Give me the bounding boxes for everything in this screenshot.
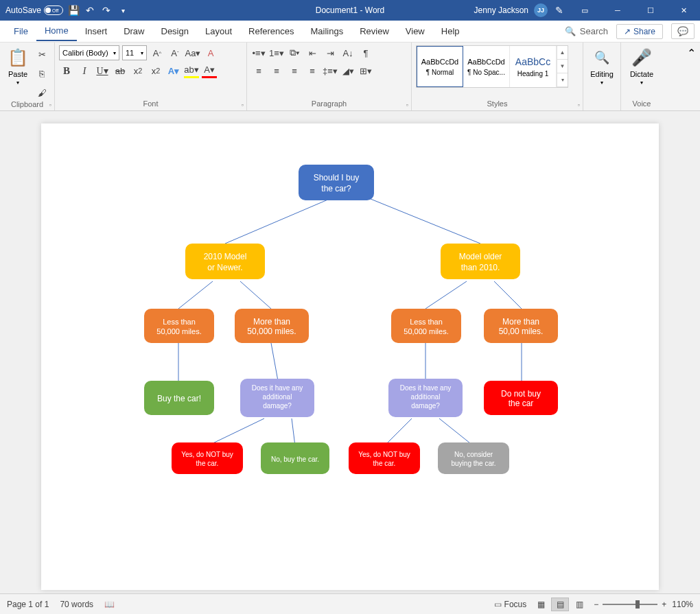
bullets-icon[interactable]: •≡▾ <box>251 45 266 60</box>
copy-icon[interactable]: ⎘ <box>34 66 49 81</box>
node-left1[interactable]: 2010 Modelor Newer. <box>185 244 265 279</box>
zoom-slider[interactable]: − + <box>594 600 666 609</box>
text-effects-icon[interactable]: A▾ <box>166 63 181 78</box>
node-lll3[interactable]: Buy the car! <box>144 381 214 415</box>
dictate-button[interactable]: 🎤 Dictate ▾ <box>625 45 658 87</box>
align-right-icon[interactable]: ≡ <box>287 63 302 78</box>
user-avatar[interactable]: JJ <box>534 3 548 17</box>
zoom-in-icon[interactable]: + <box>662 600 666 609</box>
spellcheck-icon[interactable]: 📖 <box>104 600 115 609</box>
autosave-toggle[interactable]: AutoSave Off <box>5 5 63 15</box>
align-left-icon[interactable]: ≡ <box>251 63 266 78</box>
user-name[interactable]: Jenny Jackson <box>474 5 528 15</box>
increase-indent-icon[interactable]: ⇥ <box>323 45 338 60</box>
node-rrl3[interactable]: Does it have anyadditionaldamage? <box>388 379 463 417</box>
page[interactable]: Should I buythe car? 2010 Modelor Newer.… <box>41 123 659 590</box>
gallery-down-icon[interactable]: ▼ <box>557 60 568 73</box>
node-root[interactable]: Should I buythe car? <box>299 165 374 200</box>
decrease-indent-icon[interactable]: ⇤ <box>305 45 320 60</box>
cut-icon[interactable]: ✂ <box>34 47 49 62</box>
font-size-combo[interactable]: 11▾ <box>122 45 147 60</box>
print-layout-icon[interactable]: ▤ <box>551 598 569 611</box>
undo-icon[interactable]: ↶ <box>84 4 96 16</box>
tab-view[interactable]: View <box>397 22 433 40</box>
font-name-combo[interactable]: Calibri (Body)▾ <box>59 45 119 60</box>
strikethrough-button[interactable]: ab <box>113 63 128 78</box>
shrink-font-icon[interactable]: Aˇ <box>167 45 183 60</box>
web-layout-icon[interactable]: ▥ <box>570 598 588 611</box>
zoom-level[interactable]: 110% <box>672 600 693 609</box>
node-lr2[interactable]: More than50,000 miles. <box>235 309 309 343</box>
grow-font-icon[interactable]: A^ <box>150 45 165 60</box>
search-box[interactable]: 🔍 Search <box>565 26 608 36</box>
node-rl2[interactable]: Less than50,000 miles. <box>391 309 461 343</box>
tab-file[interactable]: File <box>5 22 36 40</box>
font-color-icon[interactable]: A▾ <box>202 63 217 78</box>
style-normal[interactable]: AaBbCcDd ¶ Normal <box>417 46 463 87</box>
tab-home[interactable]: Home <box>36 21 77 41</box>
tab-insert[interactable]: Insert <box>77 22 116 40</box>
node-leaf2[interactable]: No, buy the car. <box>261 442 329 474</box>
ribbon-options-icon[interactable]: ▭ <box>571 0 598 21</box>
pen-icon[interactable]: ✎ <box>553 4 565 16</box>
node-leaf3[interactable]: Yes, do NOT buythe car. <box>349 442 420 474</box>
tab-draw[interactable]: Draw <box>115 22 152 40</box>
node-rr2[interactable]: More than50,00 miles. <box>484 309 558 343</box>
clipboard-launcher-icon[interactable]: ▫ <box>49 102 51 108</box>
align-center-icon[interactable]: ≡ <box>269 63 284 78</box>
styles-launcher-icon[interactable]: ▫ <box>578 102 580 108</box>
tab-references[interactable]: References <box>240 22 302 40</box>
highlight-icon[interactable]: ab▾ <box>184 63 199 78</box>
minimize-icon[interactable]: ─ <box>604 0 631 21</box>
multilevel-icon[interactable]: ⧉▾ <box>287 45 302 60</box>
paste-button[interactable]: 📋 Paste ▾ <box>4 45 32 87</box>
qat-more-icon[interactable]: ▾ <box>117 4 129 16</box>
editing-button[interactable]: 🔍 Editing ▾ <box>587 45 616 87</box>
tab-design[interactable]: Design <box>153 22 197 40</box>
node-ll2[interactable]: Less than50,000 miles. <box>144 309 214 343</box>
styles-gallery[interactable]: AaBbCcDd ¶ Normal AaBbCcDd ¶ No Spac... … <box>416 45 568 88</box>
change-case-icon[interactable]: Aa▾ <box>185 45 200 60</box>
borders-icon[interactable]: ⊞▾ <box>358 63 373 78</box>
zoom-out-icon[interactable]: − <box>594 600 598 609</box>
page-indicator[interactable]: Page 1 of 1 <box>7 600 49 609</box>
redo-icon[interactable]: ↷ <box>100 4 113 16</box>
maximize-icon[interactable]: ☐ <box>637 0 664 21</box>
comments-button[interactable]: 💬 <box>671 23 695 39</box>
superscript-button[interactable]: x2 <box>148 63 163 78</box>
numbering-icon[interactable]: 1≡▾ <box>269 45 284 60</box>
node-leaf4[interactable]: No, considerbuying the car. <box>438 442 509 474</box>
format-painter-icon[interactable]: 🖌 <box>34 85 49 100</box>
tab-review[interactable]: Review <box>351 22 397 40</box>
clear-format-icon[interactable]: A <box>203 45 218 60</box>
focus-mode[interactable]: ▭ Focus <box>494 600 527 609</box>
font-launcher-icon[interactable]: ▫ <box>242 102 244 108</box>
flowchart-diagram[interactable]: Should I buythe car? 2010 Modelor Newer.… <box>41 123 659 590</box>
word-count[interactable]: 70 words <box>60 600 93 609</box>
node-right1[interactable]: Model olderthan 2010. <box>441 244 520 279</box>
document-area[interactable]: Should I buythe car? 2010 Modelor Newer.… <box>0 111 700 593</box>
collapse-ribbon-icon[interactable]: ⌃ <box>683 43 700 110</box>
line-spacing-icon[interactable]: ‡≡▾ <box>323 63 338 78</box>
node-rrr3[interactable]: Do not buythe car <box>484 381 558 415</box>
style-no-spacing[interactable]: AaBbCcDd ¶ No Spac... <box>463 46 510 87</box>
gallery-up-icon[interactable]: ▲ <box>557 46 568 60</box>
sort-icon[interactable]: A↓ <box>340 45 355 60</box>
read-mode-icon[interactable]: ▦ <box>532 598 550 611</box>
tab-mailings[interactable]: Mailings <box>303 22 352 40</box>
share-button[interactable]: ↗ Share <box>616 24 663 39</box>
close-icon[interactable]: ✕ <box>670 0 697 21</box>
justify-icon[interactable]: ≡ <box>305 63 320 78</box>
node-llr3[interactable]: Does it have anyadditionaldamage? <box>240 379 314 417</box>
save-icon[interactable]: 💾 <box>67 4 80 16</box>
italic-button[interactable]: I <box>77 63 92 78</box>
shading-icon[interactable]: ◢▾ <box>340 63 355 78</box>
tab-help[interactable]: Help <box>433 22 468 40</box>
underline-button[interactable]: U▾ <box>95 63 110 78</box>
style-heading1[interactable]: AaBbCc Heading 1 <box>510 46 557 87</box>
bold-button[interactable]: B <box>59 63 74 78</box>
node-leaf1[interactable]: Yes, do NOT buythe car. <box>172 442 243 474</box>
tab-layout[interactable]: Layout <box>197 22 240 40</box>
show-marks-icon[interactable]: ¶ <box>358 45 373 60</box>
subscript-button[interactable]: x2 <box>130 63 145 78</box>
